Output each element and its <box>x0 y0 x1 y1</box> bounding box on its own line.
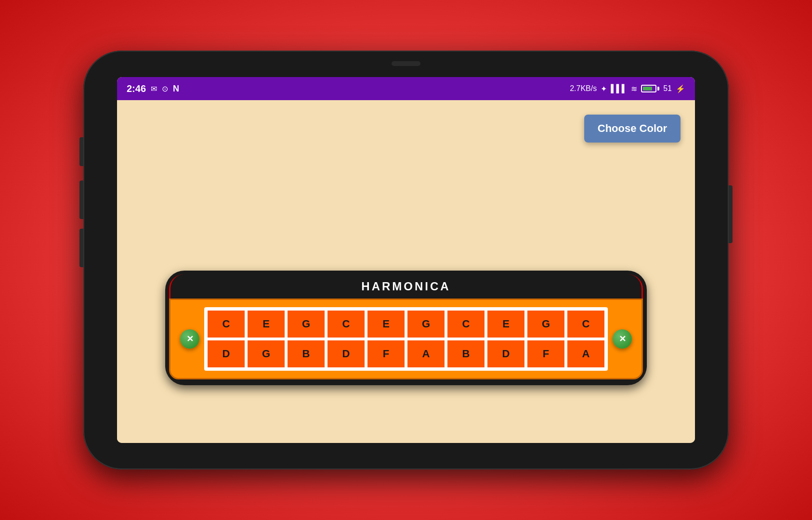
key-a2[interactable]: A <box>566 339 606 369</box>
status-right: 2.7KB/s ✦ ▌▌▌ ≋ 51 ⚡ <box>570 84 685 93</box>
key-e3[interactable]: E <box>486 309 526 339</box>
n-icon: N <box>173 84 179 94</box>
harmonica-top-strip: HARMONICA <box>169 274 643 299</box>
key-e2[interactable]: E <box>366 309 406 339</box>
key-c4[interactable]: C <box>566 309 606 339</box>
key-f2[interactable]: F <box>526 339 566 369</box>
status-bar: 2:46 ✉ ⊙ N 2.7KB/s ✦ ▌▌▌ ≋ 51 ⚡ <box>117 77 695 100</box>
battery-tip <box>657 87 659 91</box>
harmonica-wrapper: HARMONICA ✕ C E <box>165 271 647 385</box>
screw-left: ✕ <box>180 329 199 349</box>
key-d1[interactable]: D <box>206 339 246 369</box>
choose-color-button[interactable]: Choose Color <box>584 115 681 143</box>
status-left: 2:46 ✉ ⊙ N <box>127 83 179 94</box>
key-d2[interactable]: D <box>326 339 366 369</box>
battery-percent: 51 <box>663 84 672 93</box>
key-a1[interactable]: A <box>406 339 446 369</box>
battery-icon <box>641 85 659 92</box>
key-d3[interactable]: D <box>486 339 526 369</box>
key-g4[interactable]: G <box>246 339 286 369</box>
harmonica-outer: HARMONICA ✕ C E <box>165 271 647 385</box>
key-e1[interactable]: E <box>246 309 286 339</box>
key-f1[interactable]: F <box>366 339 406 369</box>
harmonica-title: HARMONICA <box>361 280 450 293</box>
gmail-icon: ✉ <box>151 84 157 93</box>
key-b1[interactable]: B <box>286 339 326 369</box>
battery-body <box>641 85 656 92</box>
top-keys-row: C E G C E G C E G C <box>206 309 606 339</box>
key-g1[interactable]: G <box>286 309 326 339</box>
wifi-icon: ≋ <box>631 84 637 93</box>
signal-icon: ▌▌▌ <box>611 84 627 93</box>
key-g3[interactable]: G <box>526 309 566 339</box>
key-g2[interactable]: G <box>406 309 446 339</box>
power-button[interactable] <box>729 185 733 243</box>
device-shell: 2:46 ✉ ⊙ N 2.7KB/s ✦ ▌▌▌ ≋ 51 ⚡ <box>83 51 729 469</box>
key-c2[interactable]: C <box>326 309 366 339</box>
charging-icon: ⚡ <box>676 84 685 93</box>
key-c1[interactable]: C <box>206 309 246 339</box>
app-content: Choose Color HARMONICA ✕ <box>117 100 695 443</box>
instagram-icon: ⊙ <box>162 84 168 93</box>
harmonica-keys-container: ✕ C E G C E G <box>180 307 632 371</box>
harmonica-body: ✕ C E G C E G <box>169 299 643 379</box>
keys-grid: C E G C E G C E G C <box>204 307 608 371</box>
key-c3[interactable]: C <box>446 309 486 339</box>
data-speed: 2.7KB/s <box>570 84 597 93</box>
screw-right: ✕ <box>613 329 632 349</box>
speaker-notch <box>392 61 420 66</box>
key-b2[interactable]: B <box>446 339 486 369</box>
battery-fill <box>643 87 652 91</box>
volume-down-button[interactable] <box>79 181 83 219</box>
volume-up-button[interactable] <box>79 137 83 166</box>
screen: 2:46 ✉ ⊙ N 2.7KB/s ✦ ▌▌▌ ≋ 51 ⚡ <box>117 77 695 443</box>
side-button-3[interactable] <box>79 229 83 267</box>
bottom-keys-row: D G B D F A B D F A <box>206 339 606 369</box>
bluetooth-icon: ✦ <box>601 84 607 93</box>
status-time: 2:46 <box>127 83 146 94</box>
